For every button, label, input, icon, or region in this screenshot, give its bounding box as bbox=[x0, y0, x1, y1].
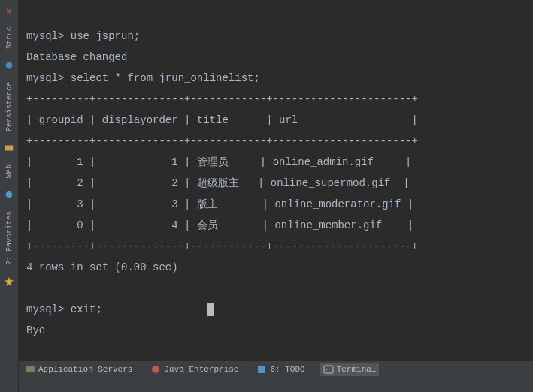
term-line: +---------+--------------+------------+-… bbox=[26, 135, 418, 147]
rail-item-favorites[interactable]: 2: Favorites bbox=[5, 211, 14, 265]
term-line: mysql> select * from jrun_onlinelist; bbox=[26, 72, 260, 84]
term-line: mysql> exit; bbox=[26, 303, 102, 315]
tab-label: Java Enterprise bbox=[164, 365, 238, 374]
star-icon[interactable] bbox=[3, 276, 15, 288]
rail-item-persistence[interactable]: Persistence bbox=[5, 82, 14, 131]
rail-label: 2: Favorites bbox=[5, 211, 14, 265]
rail-item-web[interactable]: Web bbox=[5, 164, 14, 178]
status-bar bbox=[19, 378, 533, 392]
svg-rect-6 bbox=[258, 366, 265, 373]
tab-java-enterprise[interactable]: Java Enterprise bbox=[147, 363, 241, 376]
tab-label: Terminal bbox=[337, 365, 377, 374]
svg-point-5 bbox=[152, 366, 159, 373]
term-line: Database changed bbox=[26, 51, 127, 63]
terminal-output[interactable]: mysql> use jsprun; Database changed mysq… bbox=[19, 0, 533, 360]
structure-icon[interactable] bbox=[3, 59, 15, 71]
term-line: +---------+--------------+------------+-… bbox=[26, 93, 418, 105]
main-area: mysql> use jsprun; Database changed mysq… bbox=[19, 0, 533, 392]
java-icon bbox=[150, 364, 161, 375]
svg-marker-3 bbox=[5, 277, 14, 286]
tab-todo[interactable]: 6: TODO bbox=[253, 363, 307, 376]
svg-point-0 bbox=[6, 62, 13, 69]
rail-label: Struc bbox=[5, 26, 14, 49]
terminal-icon bbox=[323, 364, 334, 375]
term-line: | 3 | 3 | 版主 | online_moderator.gif | bbox=[26, 198, 413, 210]
close-icon[interactable]: ✕ bbox=[2, 3, 17, 19]
svg-rect-1 bbox=[5, 146, 14, 151]
tab-application-servers[interactable]: Application Servers bbox=[22, 363, 135, 376]
svg-rect-7 bbox=[324, 366, 333, 373]
term-line: | groupid | displayorder | title | url | bbox=[26, 114, 418, 126]
rail-label: Persistence bbox=[5, 82, 14, 131]
rail-label: Web bbox=[5, 164, 14, 178]
term-line: Bye bbox=[26, 324, 45, 336]
term-line: mysql> use jsprun; bbox=[26, 30, 140, 42]
svg-point-2 bbox=[6, 191, 13, 198]
term-line: | 2 | 2 | 超级版主 | online_supermod.gif | bbox=[26, 177, 410, 189]
tab-label: Application Servers bbox=[38, 365, 132, 374]
term-line: +---------+--------------+------------+-… bbox=[26, 240, 418, 252]
term-line: | 1 | 1 | 管理员 | online_admin.gif | bbox=[26, 156, 411, 168]
web-icon[interactable] bbox=[3, 188, 15, 201]
rail-item-structure[interactable]: Struc bbox=[5, 26, 14, 49]
tab-label: 6: TODO bbox=[270, 365, 304, 374]
server-icon bbox=[25, 364, 35, 375]
bottom-tool-tabs: Application Servers Java Enterprise 6: T… bbox=[19, 360, 533, 378]
svg-rect-4 bbox=[26, 366, 35, 372]
persistence-icon[interactable] bbox=[3, 142, 15, 154]
term-line: 4 rows in set (0.00 sec) bbox=[26, 261, 178, 273]
left-tool-rail: ✕ Struc Persistence Web 2: Favorites bbox=[0, 0, 19, 392]
todo-icon bbox=[256, 364, 267, 375]
cursor-block bbox=[207, 303, 214, 316]
tab-terminal[interactable]: Terminal bbox=[320, 363, 380, 376]
term-line: | 0 | 4 | 会员 | online_member.gif | bbox=[26, 219, 413, 231]
